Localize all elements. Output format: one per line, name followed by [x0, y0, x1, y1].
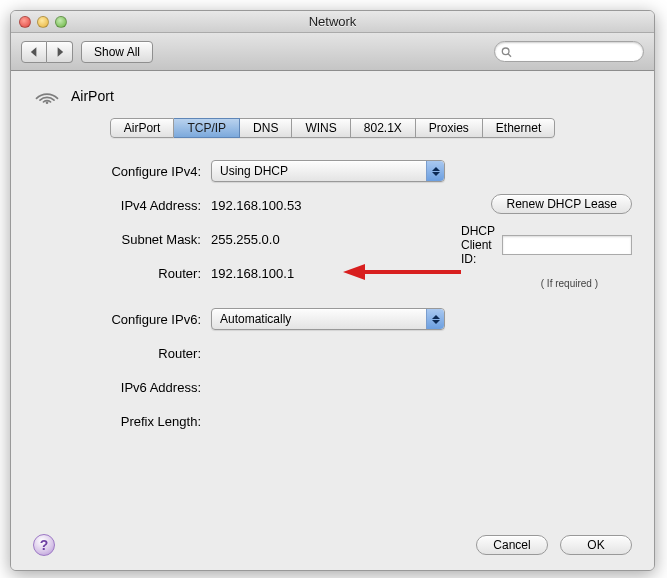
window-title: Network — [11, 14, 654, 29]
configure-ipv4-value: Using DHCP — [220, 164, 288, 178]
service-name: AirPort — [71, 88, 114, 104]
svg-point-4 — [46, 101, 49, 104]
renew-dhcp-lease-button[interactable]: Renew DHCP Lease — [491, 194, 632, 214]
ipv4-address-value: 192.168.100.53 — [211, 198, 301, 213]
chevron-left-icon — [30, 47, 38, 57]
footer: ? Cancel OK — [33, 524, 632, 556]
forward-button[interactable] — [47, 41, 73, 63]
popup-arrows-icon — [426, 161, 444, 181]
dhcp-client-id-label: DHCP Client ID: — [461, 224, 496, 266]
tab-ethernet[interactable]: Ethernet — [483, 118, 555, 138]
zoom-icon[interactable] — [55, 16, 67, 28]
nav-segment — [21, 41, 73, 63]
tab-dns[interactable]: DNS — [240, 118, 292, 138]
tab-bar: AirPort TCP/IP DNS WINS 802.1X Proxies E… — [33, 118, 632, 138]
ipv4-address-label: IPv4 Address: — [43, 198, 211, 213]
configure-ipv6-value: Automatically — [220, 312, 291, 326]
network-prefs-window: Network Show All — [10, 10, 655, 571]
close-icon[interactable] — [19, 16, 31, 28]
svg-marker-1 — [57, 47, 63, 57]
help-button[interactable]: ? — [33, 534, 55, 556]
svg-line-3 — [508, 54, 511, 57]
router-label: Router: — [43, 266, 211, 281]
svg-point-2 — [502, 47, 509, 54]
ipv6-address-label: IPv6 Address: — [43, 380, 211, 395]
search-field[interactable] — [494, 41, 644, 62]
cancel-button[interactable]: Cancel — [476, 535, 548, 555]
tab-proxies[interactable]: Proxies — [416, 118, 483, 138]
configure-ipv4-label: Configure IPv4: — [43, 164, 211, 179]
svg-marker-6 — [343, 264, 365, 280]
show-all-button[interactable]: Show All — [81, 41, 153, 63]
search-input[interactable] — [516, 44, 637, 60]
back-button[interactable] — [21, 41, 47, 63]
tab-airport[interactable]: AirPort — [110, 118, 175, 138]
toolbar: Show All — [11, 33, 654, 71]
prefix-length-label: Prefix Length: — [43, 414, 211, 429]
annotation-arrow — [343, 264, 463, 280]
tab-8021x[interactable]: 802.1X — [351, 118, 416, 138]
popup-arrows-icon — [426, 309, 444, 329]
chevron-right-icon — [56, 47, 64, 57]
airport-icon — [33, 83, 61, 108]
content-pane: AirPort AirPort TCP/IP DNS WINS 802.1X P… — [11, 71, 654, 570]
search-icon — [501, 46, 512, 58]
tcpip-form: Configure IPv4: Using DHCP IPv4 Address:… — [43, 160, 632, 432]
dhcp-client-id-input[interactable] — [502, 235, 632, 255]
tab-tcpip[interactable]: TCP/IP — [174, 118, 240, 138]
configure-ipv6-popup[interactable]: Automatically — [211, 308, 445, 330]
ok-button[interactable]: OK — [560, 535, 632, 555]
router-value: 192.168.100.1 — [211, 266, 294, 281]
subnet-mask-value: 255.255.0.0 — [211, 232, 280, 247]
configure-ipv6-label: Configure IPv6: — [43, 312, 211, 327]
subnet-mask-label: Subnet Mask: — [43, 232, 211, 247]
router6-label: Router: — [43, 346, 211, 361]
service-header: AirPort — [33, 83, 632, 108]
titlebar: Network — [11, 11, 654, 33]
configure-ipv4-popup[interactable]: Using DHCP — [211, 160, 445, 182]
show-all-label: Show All — [94, 45, 140, 59]
svg-marker-0 — [31, 47, 37, 57]
tab-wins[interactable]: WINS — [292, 118, 350, 138]
minimize-icon[interactable] — [37, 16, 49, 28]
